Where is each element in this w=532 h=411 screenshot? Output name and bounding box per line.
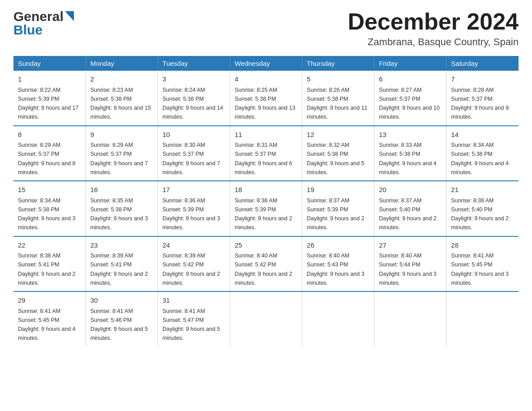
day-info: Sunrise: 8:36 AMSunset: 5:39 PMDaylight:… — [235, 197, 292, 231]
day-info: Sunrise: 8:26 AMSunset: 5:38 PMDaylight:… — [307, 87, 368, 120]
day-number: 2 — [90, 74, 153, 85]
calendar-table: SundayMondayTuesdayWednesdayThursdayFrid… — [13, 56, 519, 347]
calendar-cell: 7Sunrise: 8:28 AMSunset: 5:37 PMDaylight… — [446, 71, 519, 126]
day-number: 9 — [90, 130, 153, 140]
week-row-3: 15Sunrise: 8:34 AMSunset: 5:38 PMDayligh… — [13, 181, 519, 236]
day-number: 3 — [163, 74, 225, 85]
title-block: December 2024 Zambrana, Basque Country, … — [348, 9, 519, 48]
calendar-cell — [446, 291, 519, 347]
calendar-cell: 17Sunrise: 8:36 AMSunset: 5:39 PMDayligh… — [158, 181, 230, 236]
day-info: Sunrise: 8:31 AMSunset: 5:37 PMDaylight:… — [235, 142, 292, 176]
day-info: Sunrise: 8:30 AMSunset: 5:37 PMDaylight:… — [163, 142, 220, 176]
day-info: Sunrise: 8:38 AMSunset: 5:41 PMDaylight:… — [18, 253, 76, 286]
day-info: Sunrise: 8:41 AMSunset: 5:47 PMDaylight:… — [163, 308, 220, 342]
svg-marker-0 — [65, 11, 74, 21]
calendar-cell: 29Sunrise: 8:41 AMSunset: 5:45 PMDayligh… — [13, 291, 86, 347]
day-info: Sunrise: 8:28 AMSunset: 5:37 PMDaylight:… — [451, 87, 509, 120]
calendar-cell: 19Sunrise: 8:37 AMSunset: 5:39 PMDayligh… — [302, 181, 374, 236]
day-info: Sunrise: 8:40 AMSunset: 5:42 PMDaylight:… — [235, 253, 292, 286]
calendar-cell: 22Sunrise: 8:38 AMSunset: 5:41 PMDayligh… — [13, 236, 86, 292]
calendar-cell: 31Sunrise: 8:41 AMSunset: 5:47 PMDayligh… — [158, 291, 230, 347]
calendar-cell: 15Sunrise: 8:34 AMSunset: 5:38 PMDayligh… — [13, 181, 86, 236]
day-number: 15 — [18, 185, 81, 195]
day-number: 31 — [163, 295, 225, 306]
calendar-cell: 20Sunrise: 8:37 AMSunset: 5:40 PMDayligh… — [374, 181, 446, 236]
calendar-cell: 23Sunrise: 8:39 AMSunset: 5:41 PMDayligh… — [86, 236, 158, 292]
day-info: Sunrise: 8:33 AMSunset: 5:38 PMDaylight:… — [379, 142, 437, 176]
calendar-cell: 6Sunrise: 8:27 AMSunset: 5:37 PMDaylight… — [374, 71, 446, 126]
logo-general-text: General — [13, 9, 64, 24]
calendar-cell: 10Sunrise: 8:30 AMSunset: 5:37 PMDayligh… — [158, 126, 230, 181]
day-number: 20 — [379, 185, 442, 195]
day-number: 13 — [379, 130, 442, 140]
day-number: 16 — [90, 185, 153, 195]
day-info: Sunrise: 8:39 AMSunset: 5:41 PMDaylight:… — [90, 253, 148, 286]
day-number: 30 — [90, 295, 153, 306]
calendar-cell: 16Sunrise: 8:35 AMSunset: 5:38 PMDayligh… — [86, 181, 158, 236]
subtitle: Zambrana, Basque Country, Spain — [348, 36, 519, 48]
day-info: Sunrise: 8:37 AMSunset: 5:40 PMDaylight:… — [379, 197, 437, 231]
day-info: Sunrise: 8:38 AMSunset: 5:40 PMDaylight:… — [451, 197, 509, 231]
main-title: December 2024 — [348, 9, 519, 34]
day-number: 7 — [451, 74, 514, 85]
days-header-row: SundayMondayTuesdayWednesdayThursdayFrid… — [13, 56, 519, 71]
calendar-cell: 9Sunrise: 8:29 AMSunset: 5:37 PMDaylight… — [86, 126, 158, 181]
day-number: 24 — [163, 240, 225, 251]
day-header-sunday: Sunday — [13, 56, 86, 71]
week-row-4: 22Sunrise: 8:38 AMSunset: 5:41 PMDayligh… — [13, 236, 519, 292]
day-number: 8 — [18, 130, 81, 140]
day-info: Sunrise: 8:34 AMSunset: 5:38 PMDaylight:… — [451, 142, 509, 176]
day-header-wednesday: Wednesday — [230, 56, 302, 71]
calendar-cell: 1Sunrise: 8:22 AMSunset: 5:39 PMDaylight… — [13, 71, 86, 126]
day-number: 18 — [235, 185, 297, 195]
day-info: Sunrise: 8:22 AMSunset: 5:39 PMDaylight:… — [18, 87, 79, 120]
day-info: Sunrise: 8:40 AMSunset: 5:44 PMDaylight:… — [379, 253, 437, 286]
calendar-cell: 12Sunrise: 8:32 AMSunset: 5:38 PMDayligh… — [302, 126, 374, 181]
day-number: 27 — [379, 240, 442, 251]
day-info: Sunrise: 8:41 AMSunset: 5:45 PMDaylight:… — [451, 253, 509, 286]
calendar-cell — [302, 291, 374, 347]
day-info: Sunrise: 8:23 AMSunset: 5:38 PMDaylight:… — [90, 87, 151, 120]
calendar-cell: 27Sunrise: 8:40 AMSunset: 5:44 PMDayligh… — [374, 236, 446, 292]
day-info: Sunrise: 8:27 AMSunset: 5:37 PMDaylight:… — [379, 87, 440, 120]
calendar-cell: 26Sunrise: 8:40 AMSunset: 5:43 PMDayligh… — [302, 236, 374, 292]
day-number: 23 — [90, 240, 153, 251]
day-number: 21 — [451, 185, 514, 195]
calendar-cell — [230, 291, 302, 347]
calendar-cell — [374, 291, 446, 347]
calendar-cell: 14Sunrise: 8:34 AMSunset: 5:38 PMDayligh… — [446, 126, 519, 181]
day-header-tuesday: Tuesday — [158, 56, 230, 71]
day-info: Sunrise: 8:36 AMSunset: 5:39 PMDaylight:… — [163, 197, 220, 231]
logo-blue-text: Blue — [13, 22, 43, 38]
day-header-friday: Friday — [374, 56, 446, 71]
day-info: Sunrise: 8:29 AMSunset: 5:37 PMDaylight:… — [90, 142, 148, 176]
week-row-2: 8Sunrise: 8:29 AMSunset: 5:37 PMDaylight… — [13, 126, 519, 181]
day-number: 28 — [451, 240, 514, 251]
day-info: Sunrise: 8:32 AMSunset: 5:38 PMDaylight:… — [307, 142, 365, 176]
day-number: 12 — [307, 130, 369, 140]
day-info: Sunrise: 8:35 AMSunset: 5:38 PMDaylight:… — [90, 197, 148, 231]
page-header: General Blue December 2024 Zambrana, Bas… — [13, 9, 519, 48]
day-info: Sunrise: 8:29 AMSunset: 5:37 PMDaylight:… — [18, 142, 76, 176]
calendar-cell: 8Sunrise: 8:29 AMSunset: 5:37 PMDaylight… — [13, 126, 86, 181]
day-info: Sunrise: 8:25 AMSunset: 5:38 PMDaylight:… — [235, 87, 296, 120]
day-info: Sunrise: 8:37 AMSunset: 5:39 PMDaylight:… — [307, 197, 365, 231]
day-number: 29 — [18, 295, 81, 306]
day-number: 25 — [235, 240, 297, 251]
day-number: 4 — [235, 74, 297, 85]
logo-arrow-icon — [65, 11, 74, 21]
day-header-thursday: Thursday — [302, 56, 374, 71]
day-number: 22 — [18, 240, 81, 251]
week-row-5: 29Sunrise: 8:41 AMSunset: 5:45 PMDayligh… — [13, 291, 519, 347]
day-info: Sunrise: 8:39 AMSunset: 5:42 PMDaylight:… — [163, 253, 220, 286]
day-info: Sunrise: 8:34 AMSunset: 5:38 PMDaylight:… — [18, 197, 76, 231]
calendar-cell: 5Sunrise: 8:26 AMSunset: 5:38 PMDaylight… — [302, 71, 374, 126]
day-number: 11 — [235, 130, 297, 140]
calendar-cell: 28Sunrise: 8:41 AMSunset: 5:45 PMDayligh… — [446, 236, 519, 292]
calendar-cell: 21Sunrise: 8:38 AMSunset: 5:40 PMDayligh… — [446, 181, 519, 236]
day-number: 6 — [379, 74, 442, 85]
day-info: Sunrise: 8:24 AMSunset: 5:38 PMDaylight:… — [163, 87, 223, 120]
week-row-1: 1Sunrise: 8:22 AMSunset: 5:39 PMDaylight… — [13, 71, 519, 126]
calendar-cell: 4Sunrise: 8:25 AMSunset: 5:38 PMDaylight… — [230, 71, 302, 126]
calendar-cell: 2Sunrise: 8:23 AMSunset: 5:38 PMDaylight… — [86, 71, 158, 126]
